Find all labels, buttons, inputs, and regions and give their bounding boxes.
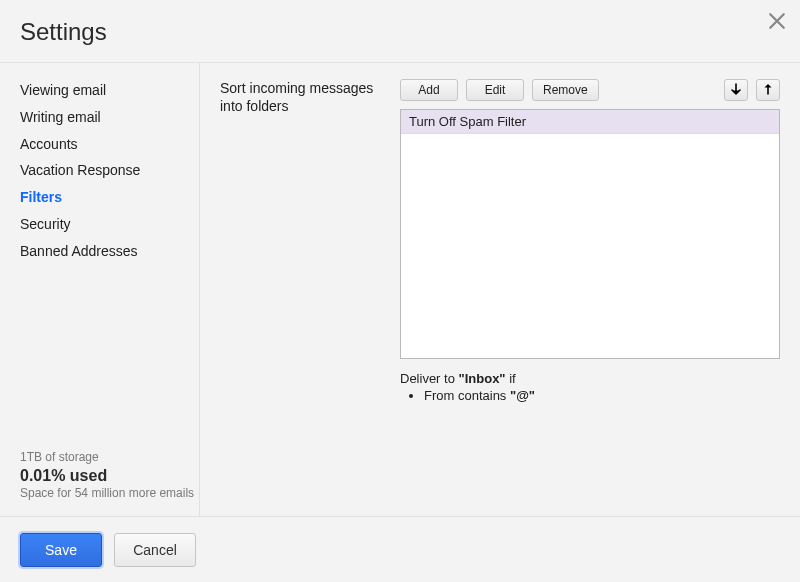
- modal-footer: Save Cancel: [0, 516, 800, 582]
- save-button[interactable]: Save: [20, 533, 102, 567]
- sidebar-item-viewing-email[interactable]: Viewing email: [20, 77, 199, 104]
- rule-condition: From contains "@": [424, 388, 780, 403]
- sidebar-item-filters[interactable]: Filters: [20, 184, 199, 211]
- page-title: Settings: [20, 18, 780, 46]
- add-button[interactable]: Add: [400, 79, 458, 101]
- arrow-up-icon: [763, 83, 773, 98]
- filter-list[interactable]: Turn Off Spam Filter: [400, 109, 780, 359]
- storage-remaining: Space for 54 million more emails: [20, 486, 199, 502]
- move-up-button[interactable]: [756, 79, 780, 101]
- sidebar-item-accounts[interactable]: Accounts: [20, 131, 199, 158]
- sidebar-nav: Viewing email Writing email Accounts Vac…: [20, 77, 199, 265]
- sidebar-item-security[interactable]: Security: [20, 211, 199, 238]
- close-button[interactable]: [768, 12, 786, 30]
- filters-main: Add Edit Remove: [400, 79, 780, 516]
- rule-condition-value: "@": [510, 388, 535, 403]
- filter-rule-summary: Deliver to "Inbox" if From contains "@": [400, 371, 780, 403]
- arrow-down-icon: [731, 83, 741, 98]
- filter-item[interactable]: Turn Off Spam Filter: [401, 110, 779, 134]
- storage-summary: 1TB of storage 0.01% used Space for 54 m…: [20, 450, 199, 516]
- close-icon: [768, 16, 786, 33]
- svg-marker-1: [765, 84, 772, 88]
- rule-line1: Deliver to "Inbox" if: [400, 371, 780, 386]
- sidebar-item-writing-email[interactable]: Writing email: [20, 104, 199, 131]
- move-down-button[interactable]: [724, 79, 748, 101]
- remove-button[interactable]: Remove: [532, 79, 599, 101]
- edit-button[interactable]: Edit: [466, 79, 524, 101]
- sidebar-item-vacation-response[interactable]: Vacation Response: [20, 157, 199, 184]
- filters-toolbar: Add Edit Remove: [400, 79, 780, 101]
- storage-used: 0.01% used: [20, 466, 199, 487]
- sidebar: Viewing email Writing email Accounts Vac…: [0, 63, 200, 516]
- storage-capacity: 1TB of storage: [20, 450, 199, 466]
- filters-description: Sort incoming messages into folders: [220, 79, 400, 516]
- rule-folder: "Inbox": [459, 371, 506, 386]
- sidebar-item-banned-addresses[interactable]: Banned Addresses: [20, 238, 199, 265]
- cancel-button[interactable]: Cancel: [114, 533, 196, 567]
- settings-modal: Settings Viewing email Writing email Acc…: [0, 0, 800, 582]
- filters-panel: Sort incoming messages into folders Add …: [200, 63, 800, 516]
- modal-body: Viewing email Writing email Accounts Vac…: [0, 62, 800, 516]
- modal-header: Settings: [0, 0, 800, 56]
